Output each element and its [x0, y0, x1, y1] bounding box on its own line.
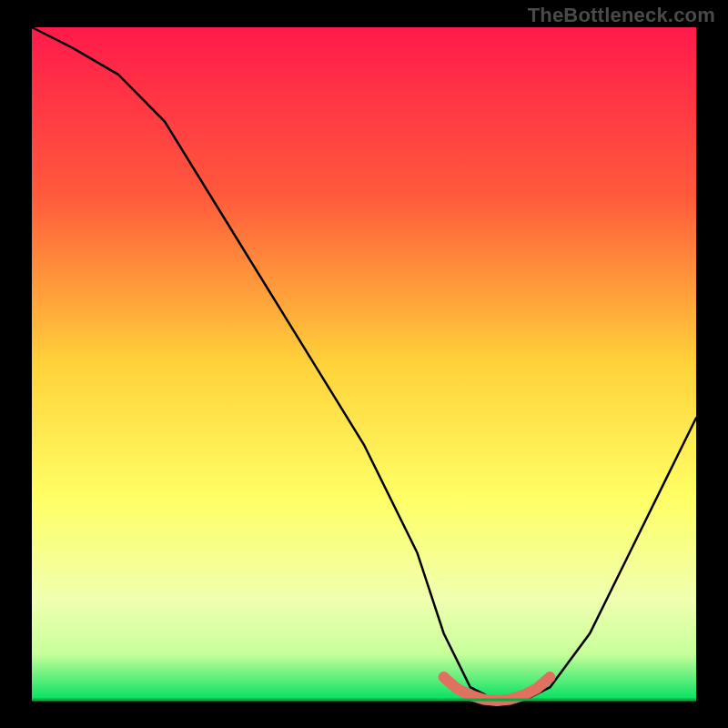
heat-gradient-rect: [32, 27, 696, 701]
chart-container: { "watermark": "TheBottleneck.com", "cha…: [0, 0, 728, 728]
watermark: TheBottleneck.com: [528, 4, 715, 27]
chart-svg: [0, 0, 728, 728]
